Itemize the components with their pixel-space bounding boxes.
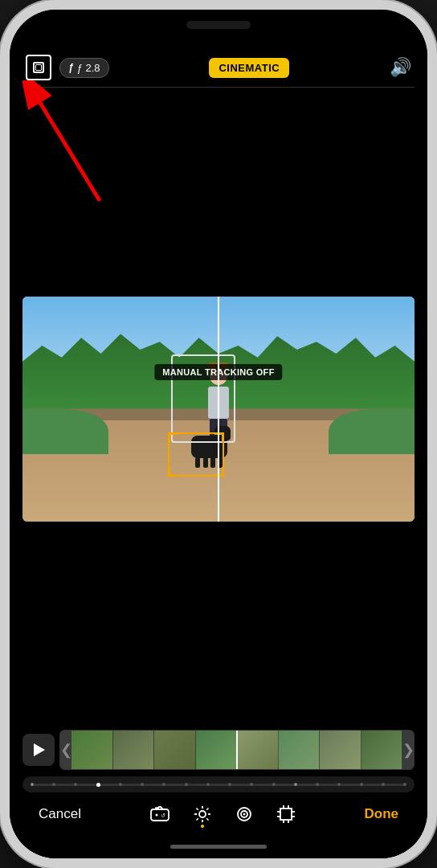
- scrub-dot-1: [31, 783, 34, 786]
- svg-line-12: [206, 818, 208, 820]
- scrub-dot-13: [294, 783, 297, 786]
- timeline-frame-4: [196, 731, 238, 769]
- scrub-dot-7: [162, 783, 165, 786]
- toolbar-top: ƒ ƒ 2.8 CINEMATIC 🔊: [10, 45, 427, 87]
- home-bar: [170, 845, 267, 849]
- svg-line-13: [206, 809, 208, 810]
- notch: [170, 16, 267, 39]
- svg-point-17: [243, 813, 246, 816]
- video-playhead: [218, 297, 219, 522]
- scene-grass-right: [329, 409, 415, 454]
- play-button[interactable]: [22, 734, 55, 766]
- video-frame: MANUAL TRACKING OFF: [22, 297, 415, 522]
- track-icon: [35, 64, 42, 71]
- scrub-dot-10: [228, 783, 231, 786]
- aperture-f-icon: ƒ: [68, 62, 74, 73]
- scrub-dot-2: [52, 783, 55, 786]
- svg-rect-2: [151, 809, 169, 821]
- svg-point-4: [156, 814, 158, 817]
- timeline-frame-3: [154, 731, 196, 769]
- svg-point-6: [199, 811, 206, 817]
- timeline-frame-2: [113, 731, 155, 769]
- bottom-area: ❮ ❯: [10, 730, 427, 834]
- speaker-button[interactable]: 🔊: [390, 57, 411, 78]
- timeline-frame-1: [71, 731, 113, 769]
- track-button[interactable]: [26, 55, 51, 80]
- svg-line-11: [197, 809, 198, 810]
- timeline-bracket-left[interactable]: ❮: [60, 731, 71, 769]
- timeline-frame-7: [320, 731, 361, 769]
- scrub-dot-17: [382, 783, 385, 786]
- scrub-dot-9: [206, 783, 210, 786]
- scrub-dot-5: [119, 783, 122, 786]
- toolbar-bottom: Cancel ↺: [22, 799, 415, 826]
- crop-icon: [277, 805, 295, 823]
- scrub-dot-12: [272, 783, 276, 786]
- scrub-dot-11: [250, 783, 253, 786]
- focus-icon: [235, 805, 253, 823]
- svg-line-14: [197, 818, 198, 820]
- scrub-dot-6: [141, 783, 144, 786]
- svg-rect-18: [280, 809, 292, 820]
- scrub-dot-14: [316, 783, 319, 786]
- corner-tl: [168, 432, 178, 442]
- timeline-frame-6: [279, 731, 321, 769]
- scene-grass-left: [22, 409, 108, 454]
- corner-bl: [168, 467, 178, 477]
- notch-pill: [186, 21, 251, 29]
- scrub-dots: [31, 783, 406, 787]
- scrub-dot-3: [74, 783, 77, 786]
- cinematic-badge: CINEMATIC: [209, 58, 289, 78]
- timeline-frame-8: [361, 731, 403, 769]
- focus-button[interactable]: [235, 805, 253, 823]
- adjust-button[interactable]: [194, 805, 211, 823]
- scrub-dot-15: [337, 783, 341, 786]
- cinematic-label: CINEMATIC: [218, 62, 280, 74]
- timeline-container: ❮ ❯: [22, 730, 415, 770]
- main-content: ƒ ƒ 2.8 CINEMATIC 🔊: [10, 45, 427, 858]
- svg-text:↺: ↺: [161, 813, 165, 818]
- scrub-dot-8: [185, 783, 188, 786]
- phone-frame: ƒ ƒ 2.8 CINEMATIC 🔊: [0, 0, 437, 868]
- adjust-icon: [194, 805, 211, 823]
- bottom-icons: ↺: [150, 805, 295, 823]
- done-button[interactable]: Done: [364, 806, 398, 822]
- play-triangle-icon: [34, 743, 45, 756]
- phone-screen: ƒ ƒ 2.8 CINEMATIC 🔊: [10, 10, 427, 858]
- home-indicator: [10, 834, 427, 858]
- video-area: MANUAL TRACKING OFF: [10, 88, 427, 730]
- scrub-track: [31, 784, 406, 786]
- camera-flip-button[interactable]: ↺: [150, 806, 169, 822]
- timeline-strip[interactable]: ❮ ❯: [59, 730, 415, 770]
- aperture-value: ƒ 2.8: [77, 62, 100, 74]
- timeline-playhead: [236, 731, 238, 769]
- timeline-bracket-right[interactable]: ❯: [402, 731, 414, 769]
- crop-button[interactable]: [277, 805, 295, 823]
- toolbar-left: ƒ ƒ 2.8: [26, 55, 109, 80]
- notch-area: [10, 10, 427, 45]
- adjust-dot-indicator: [201, 825, 204, 828]
- scrub-dot-16: [360, 783, 363, 786]
- dog-tracking-box[interactable]: [168, 432, 224, 477]
- scrub-bar[interactable]: [22, 776, 415, 792]
- camera-flip-icon: ↺: [150, 806, 169, 822]
- aperture-badge[interactable]: ƒ ƒ 2.8: [59, 58, 109, 78]
- cancel-button[interactable]: Cancel: [39, 806, 81, 822]
- speaker-icon: 🔊: [390, 57, 411, 77]
- scrub-dot-4: [96, 783, 100, 787]
- scrub-dot-18: [403, 783, 406, 786]
- timeline-frame-5: [237, 731, 279, 769]
